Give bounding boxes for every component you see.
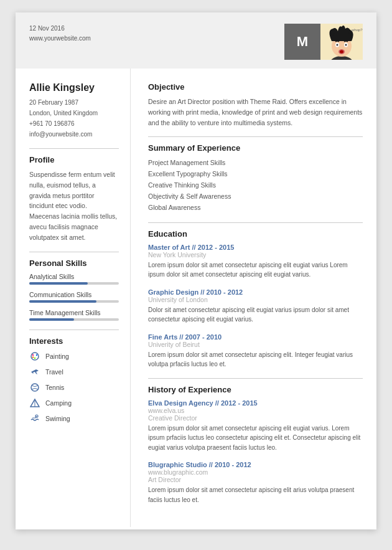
objective-text: Desire an Art Director position with The… bbox=[148, 97, 363, 128]
summary-item-3: Objectivity & Self Awareness bbox=[148, 191, 363, 202]
avatar-initial: M bbox=[284, 24, 320, 60]
skills-title: Personal Skills bbox=[29, 258, 119, 268]
tennis-icon bbox=[29, 382, 40, 393]
header-website: www.yourwebsite.com bbox=[29, 34, 91, 44]
svg-point-14 bbox=[32, 356, 34, 358]
header-right: M bbox=[284, 24, 363, 60]
exp-desc-1: Lorem ipsum dolor sit amet consectetur a… bbox=[148, 485, 363, 505]
interest-tennis: Tennis bbox=[29, 382, 119, 393]
summary-item-2: Creative Thinking Skills bbox=[148, 180, 363, 191]
skill-time-label: Time Management Skills bbox=[29, 309, 119, 316]
profile-text: Suspendisse ferm entum velit nulla, euis… bbox=[29, 169, 119, 243]
exp-company-0: www.elva.us bbox=[148, 407, 363, 414]
edu-desc-2: Lorem ipsum dolor sit amet consectetur a… bbox=[148, 350, 363, 369]
palette-icon bbox=[29, 351, 40, 362]
main-content: Allie Kingsley 20 February 1987 London, … bbox=[16, 69, 376, 527]
edu-school-0: New York University bbox=[148, 251, 363, 258]
divider-r3 bbox=[148, 378, 363, 379]
svg-point-12 bbox=[36, 354, 37, 355]
cartoon-svg: whop?! bbox=[320, 24, 363, 60]
svg-point-5 bbox=[337, 44, 338, 46]
interest-tennis-label: Tennis bbox=[45, 384, 64, 391]
edu-entry-2: Fine Arts // 2007 - 2010 Univerity of Be… bbox=[148, 333, 363, 369]
skill-communication-label: Communication Skills bbox=[29, 291, 119, 298]
person-email: info@yourwebsite.com bbox=[29, 129, 119, 140]
right-column: Objective Desire an Art Director positio… bbox=[131, 69, 376, 527]
interest-painting-label: Painting bbox=[45, 353, 69, 360]
experience-title: History of Experience bbox=[148, 385, 363, 394]
profile-title: Profile bbox=[29, 155, 119, 164]
skill-communication-bar-fill bbox=[29, 300, 96, 303]
person-location: London, United Kingdom bbox=[29, 108, 119, 118]
divider-2 bbox=[29, 252, 119, 252]
header-date: 12 Nov 2016 bbox=[29, 24, 91, 34]
svg-point-6 bbox=[345, 44, 347, 46]
plane-icon bbox=[29, 366, 40, 377]
interests-title: Interests bbox=[29, 336, 119, 346]
resume-page: 12 Nov 2016 www.yourwebsite.com M bbox=[16, 12, 376, 529]
exp-title-0: Elva Design Agency // 2012 - 2015 bbox=[148, 399, 363, 407]
svg-point-13 bbox=[34, 357, 35, 358]
svg-point-8 bbox=[340, 50, 343, 54]
divider-r1 bbox=[148, 136, 363, 137]
edu-title-2: Fine Arts // 2007 - 2010 bbox=[148, 333, 363, 341]
skill-communication-bar-bg bbox=[29, 300, 119, 303]
person-phone: +961 70 196876 bbox=[29, 118, 119, 129]
left-column: Allie Kingsley 20 February 1987 London, … bbox=[16, 69, 131, 527]
contact-info: 20 February 1987 London, United Kingdom … bbox=[29, 97, 119, 140]
education-title: Education bbox=[148, 229, 363, 239]
exp-title-1: Blugraphic Studio // 2010 - 2012 bbox=[148, 461, 363, 468]
summary-title: Summary of Experience bbox=[148, 143, 363, 153]
edu-school-2: Univerity of Beirut bbox=[148, 341, 363, 348]
edu-desc-1: Dolor sit amet consectetur apiscing elit… bbox=[148, 305, 363, 325]
interest-painting: Painting bbox=[29, 351, 119, 362]
tent-icon bbox=[29, 397, 40, 409]
skill-time-bar-bg bbox=[29, 318, 119, 321]
interest-travel-label: Travel bbox=[45, 368, 63, 376]
swim-icon bbox=[29, 413, 40, 424]
skill-analytical: Analytical Skills bbox=[29, 273, 119, 285]
interest-swimming: Swiming bbox=[29, 413, 119, 424]
skill-time-bar-fill bbox=[29, 318, 74, 321]
svg-point-15 bbox=[31, 384, 39, 391]
svg-point-10 bbox=[31, 353, 39, 360]
objective-title: Objective bbox=[148, 82, 363, 92]
exp-entry-1: Blugraphic Studio // 2010 - 2012 www.blu… bbox=[148, 461, 363, 505]
summary-list: Project Management Skills Excellent Typo… bbox=[148, 158, 363, 213]
exp-company-1: www.blugraphic.com bbox=[148, 468, 363, 476]
svg-text:whop?!: whop?! bbox=[351, 28, 363, 32]
interest-swimming-label: Swiming bbox=[45, 415, 70, 422]
interest-camping-label: Camping bbox=[45, 399, 72, 407]
divider-r2 bbox=[148, 222, 363, 223]
edu-title-1: Graphic Design // 2010 - 2012 bbox=[148, 288, 363, 296]
divider-3 bbox=[29, 330, 119, 330]
edu-title-0: Master of Art // 2012 - 2015 bbox=[148, 244, 363, 251]
edu-school-1: University of London bbox=[148, 296, 363, 303]
interest-travel: Travel bbox=[29, 366, 119, 377]
interest-camping: Camping bbox=[29, 397, 119, 409]
exp-role-0: Creative Director bbox=[148, 414, 363, 422]
summary-item-0: Project Management Skills bbox=[148, 158, 363, 169]
person-dob: 20 February 1987 bbox=[29, 97, 119, 108]
person-name: Allie Kingsley bbox=[29, 82, 119, 93]
exp-desc-0: Lorem ipsum dolor sit amet consectetur a… bbox=[148, 424, 363, 453]
exp-role-1: Art Director bbox=[148, 476, 363, 483]
summary-item-1: Excellent Typography Skills bbox=[148, 169, 363, 180]
skill-analytical-bar-fill bbox=[29, 282, 88, 285]
skill-analytical-label: Analytical Skills bbox=[29, 273, 119, 280]
summary-item-4: Global Awareness bbox=[148, 202, 363, 214]
edu-desc-0: Lorem ipsum dolor sit amet consectetur a… bbox=[148, 260, 363, 280]
skill-analytical-bar-bg bbox=[29, 282, 119, 285]
skill-communication: Communication Skills bbox=[29, 291, 119, 303]
edu-entry-0: Master of Art // 2012 - 2015 New York Un… bbox=[148, 244, 363, 280]
header-left: 12 Nov 2016 www.yourwebsite.com bbox=[29, 24, 91, 44]
svg-point-11 bbox=[32, 354, 34, 355]
skill-time: Time Management Skills bbox=[29, 309, 119, 321]
exp-entry-0: Elva Design Agency // 2012 - 2015 www.el… bbox=[148, 399, 363, 453]
edu-entry-1: Graphic Design // 2010 - 2012 University… bbox=[148, 288, 363, 325]
divider-1 bbox=[29, 148, 119, 149]
header: 12 Nov 2016 www.yourwebsite.com M bbox=[16, 12, 376, 69]
avatar-image: whop?! bbox=[320, 24, 363, 60]
